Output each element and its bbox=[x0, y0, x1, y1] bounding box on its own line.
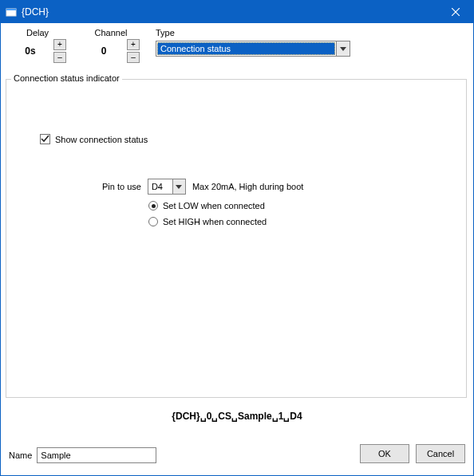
type-selected-value: Connection status bbox=[157, 42, 335, 55]
close-button[interactable] bbox=[438, 1, 473, 23]
set-low-radio[interactable] bbox=[148, 201, 158, 210]
show-connection-status-checkbox[interactable] bbox=[40, 134, 50, 144]
type-group: Type Connection status bbox=[156, 28, 350, 57]
pin-hint: Max 20mA, High during boot bbox=[192, 182, 303, 191]
channel-value: 0 bbox=[82, 45, 125, 57]
window-title: {DCH} bbox=[22, 6, 438, 18]
ok-button[interactable]: OK bbox=[360, 444, 409, 463]
svg-marker-4 bbox=[340, 47, 346, 51]
delay-group: Delay 0s + – bbox=[9, 28, 66, 63]
type-label: Type bbox=[156, 28, 350, 37]
connection-status-group: Connection status indicator Show connect… bbox=[6, 79, 467, 398]
title-bar: {DCH} bbox=[1, 1, 473, 23]
cancel-button[interactable]: Cancel bbox=[416, 444, 465, 463]
channel-group: Channel 0 + – bbox=[82, 28, 140, 63]
group-legend: Connection status indicator bbox=[11, 73, 122, 83]
channel-label: Channel bbox=[95, 28, 128, 37]
set-high-radio[interactable] bbox=[148, 217, 158, 226]
pin-value: D4 bbox=[148, 182, 172, 191]
chevron-down-icon bbox=[172, 179, 185, 194]
set-high-label: Set HIGH when connected bbox=[163, 217, 267, 226]
name-label: Name bbox=[9, 450, 32, 460]
svg-rect-1 bbox=[6, 9, 16, 10]
svg-marker-5 bbox=[176, 185, 182, 189]
set-low-label: Set LOW when connected bbox=[163, 201, 265, 210]
show-connection-status-label: Show connection status bbox=[55, 135, 148, 144]
channel-up-button[interactable]: + bbox=[127, 39, 140, 50]
status-line: {DCH}␣0␣CS␣Sample␣1␣D4 bbox=[1, 411, 473, 422]
delay-down-button[interactable]: – bbox=[53, 52, 66, 63]
channel-down-button[interactable]: – bbox=[127, 52, 140, 63]
delay-value: 0s bbox=[9, 45, 52, 57]
app-icon bbox=[6, 6, 17, 18]
pin-select[interactable]: D4 bbox=[148, 179, 186, 195]
close-icon bbox=[452, 8, 460, 16]
delay-up-button[interactable]: + bbox=[53, 39, 66, 50]
delay-label: Delay bbox=[26, 28, 49, 37]
check-icon bbox=[41, 135, 49, 144]
name-input[interactable] bbox=[37, 447, 156, 463]
type-select[interactable]: Connection status bbox=[156, 41, 350, 57]
chevron-down-icon bbox=[336, 41, 350, 56]
pin-label: Pin to use bbox=[102, 182, 141, 191]
